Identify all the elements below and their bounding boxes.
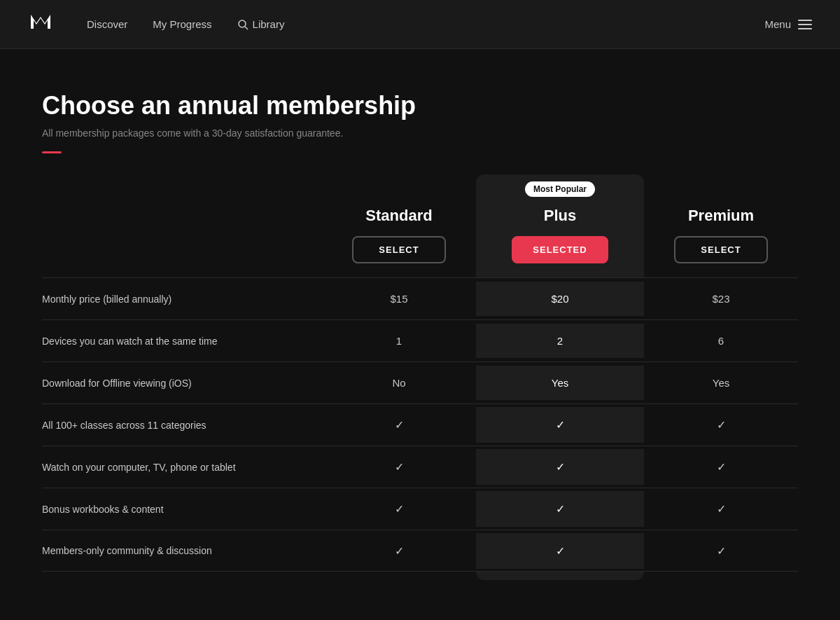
row-label-6: Members-only community & discussion	[42, 534, 322, 567]
plus-title: Plus	[490, 207, 630, 225]
nav-my-progress[interactable]: My Progress	[153, 18, 211, 30]
row-standard-6: ✓	[322, 533, 476, 569]
heading-section: Choose an annual membership All membersh…	[42, 91, 798, 153]
nav-links: Discover My Progress Library	[87, 18, 764, 30]
plus-bottom-cap	[42, 572, 798, 580]
row-plus-4: ✓	[476, 449, 644, 485]
table-row: All 100+ classes across 11 categories ✓ …	[42, 404, 798, 446]
premium-title: Premium	[658, 207, 784, 225]
row-standard-5: ✓	[322, 491, 476, 527]
svg-line-1	[245, 27, 248, 29]
standard-select-button[interactable]: SELECT	[352, 236, 445, 263]
page-title: Choose an annual membership	[42, 91, 798, 120]
table-row: Download for Offline viewing (iOS) No Ye…	[42, 361, 798, 404]
row-label-4: Watch on your computer, TV, phone or tab…	[42, 450, 322, 484]
row-premium-2: Yes	[644, 366, 798, 400]
main-content: Choose an annual membership All membersh…	[0, 49, 840, 620]
row-standard-4: ✓	[322, 449, 476, 485]
row-premium-3: ✓	[644, 407, 798, 443]
row-premium-1: 6	[644, 324, 798, 358]
row-premium-6: ✓	[644, 533, 798, 569]
page-subtitle: All membership packages come with a 30-d…	[42, 128, 798, 139]
premium-header: Premium SELECT	[644, 207, 798, 277]
standard-title: Standard	[336, 207, 462, 225]
row-plus-0: $20	[476, 282, 644, 316]
navbar: Discover My Progress Library Menu	[0, 0, 840, 49]
row-plus-5: ✓	[476, 491, 644, 527]
row-label-1: Devices you can watch at the same time	[42, 324, 322, 358]
logo[interactable]	[28, 9, 53, 39]
row-standard-1: 1	[322, 324, 476, 358]
row-standard-0: $15	[322, 282, 476, 316]
column-headers: Standard SELECT Most Popular Plus SELECT…	[42, 174, 798, 277]
row-label-2: Download for Offline viewing (iOS)	[42, 366, 322, 400]
row-standard-3: ✓	[322, 407, 476, 443]
row-label-3: All 100+ classes across 11 categories	[42, 408, 322, 442]
menu-label[interactable]: Menu	[764, 18, 791, 30]
red-divider	[42, 151, 62, 153]
table-row: Devices you can watch at the same time 1…	[42, 319, 798, 361]
nav-discover[interactable]: Discover	[87, 18, 127, 30]
row-standard-2: No	[322, 366, 476, 400]
standard-header: Standard SELECT	[322, 207, 476, 277]
row-plus-6: ✓	[476, 533, 644, 569]
feature-table: Monthly price (billed annually) $15 $20 …	[42, 277, 798, 572]
premium-select-button[interactable]: SELECT	[674, 236, 767, 263]
row-premium-5: ✓	[644, 491, 798, 527]
table-row: Watch on your computer, TV, phone or tab…	[42, 446, 798, 488]
row-plus-3: ✓	[476, 407, 644, 443]
svg-point-0	[239, 20, 246, 27]
plus-bottom-cap-cell	[476, 572, 644, 580]
row-premium-0: $23	[644, 282, 798, 316]
search-icon	[237, 19, 248, 30]
row-label-0: Monthly price (billed annually)	[42, 282, 322, 316]
table-row: Monthly price (billed annually) $15 $20 …	[42, 277, 798, 319]
table-row: Members-only community & discussion ✓ ✓ …	[42, 530, 798, 572]
row-plus-1: 2	[476, 324, 644, 358]
plus-selected-button[interactable]: SELECTED	[512, 236, 608, 263]
table-row: Bonus workbooks & content ✓ ✓ ✓	[42, 488, 798, 530]
most-popular-badge: Most Popular	[490, 181, 630, 207]
row-label-5: Bonus workbooks & content	[42, 492, 322, 526]
nav-library[interactable]: Library	[237, 18, 285, 30]
plus-header: Most Popular Plus SELECTED	[476, 174, 644, 277]
row-premium-4: ✓	[644, 449, 798, 485]
menu-icon[interactable]	[798, 20, 812, 29]
nav-right: Menu	[764, 18, 812, 30]
row-plus-2: Yes	[476, 366, 644, 400]
